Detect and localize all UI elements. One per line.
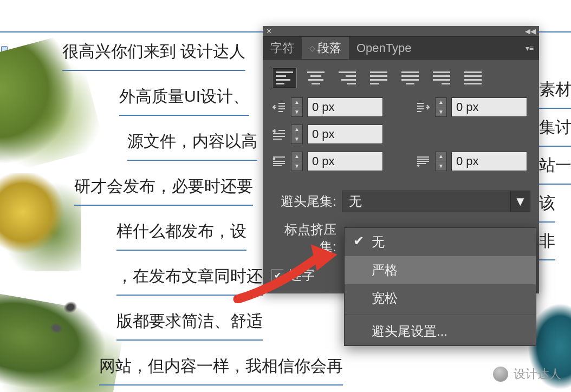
stepper[interactable]: ▲▼ <box>435 152 447 171</box>
indent-right-icon <box>416 101 431 114</box>
text-line[interactable]: 很高兴你们来到 设计达人 <box>62 32 245 71</box>
watermark-icon <box>493 367 508 382</box>
space-before-value[interactable]: 0 px <box>307 152 383 171</box>
dropdown-item-label: 宽松 <box>372 291 398 305</box>
watermark-text: 设计达人 <box>514 366 561 382</box>
stepper[interactable]: ▲▼ <box>291 97 303 117</box>
indent-fields: ▲▼ 0 px ▲▼ 0 px ▲▼ 0 px ▲▼ 0 px <box>263 97 539 186</box>
first-line-indent-icon <box>271 128 287 141</box>
alignment-row <box>263 60 539 97</box>
align-left-button[interactable] <box>272 68 296 88</box>
text-line[interactable]: 站一 <box>539 146 571 185</box>
kinsoku-select[interactable]: 无 ▼ <box>342 191 530 212</box>
text-line[interactable]: 源文件，内容以高 <box>127 122 257 161</box>
text-line[interactable]: 非 <box>539 222 555 260</box>
text-line[interactable]: 版都要求简洁、舒适 <box>116 302 263 341</box>
first-line-indent-field: ▲▼ 0 px <box>271 125 383 144</box>
check-icon: ✔ <box>353 233 364 249</box>
tab-opentype[interactable]: OpenType <box>349 37 419 59</box>
step-down-button[interactable]: ▼ <box>291 107 302 116</box>
space-after-field: ▲▼ 0 px <box>416 152 527 171</box>
first-line-indent-value[interactable]: 0 px <box>307 125 383 144</box>
text-line[interactable]: 网站，但内容一样，我相信你会再 <box>99 347 343 386</box>
step-down-button[interactable]: ▼ <box>436 161 446 171</box>
toggle-icon: ◇ <box>309 44 315 53</box>
align-center-button[interactable] <box>304 68 328 88</box>
dropdown-item-label: 严格 <box>372 263 398 277</box>
dropdown-separator <box>345 315 536 315</box>
hyphenate-checkbox[interactable]: ✔ <box>271 269 283 281</box>
text-line[interactable]: ，在发布文章同时还 <box>116 257 263 296</box>
hyphenate-label: 连字 <box>289 266 315 284</box>
mojikumi-label: 标点挤压集: <box>271 221 336 256</box>
step-down-button[interactable]: ▼ <box>291 134 302 143</box>
step-up-button[interactable]: ▲ <box>436 98 446 107</box>
text-line[interactable]: 集讨 <box>539 108 571 147</box>
dropdown-item-label: 无 <box>372 234 385 249</box>
check-icon: ✔ <box>274 270 281 280</box>
step-down-button[interactable]: ▼ <box>436 107 446 116</box>
tab-character[interactable]: 字符 <box>263 37 302 59</box>
text-line[interactable]: 外高质量UI设计、 <box>119 77 249 116</box>
align-right-button[interactable] <box>335 68 359 88</box>
kinsoku-dropdown: ✔ 无 严格 宽松 避头尾设置... <box>344 227 536 346</box>
dropdown-item-none[interactable]: ✔ 无 <box>345 228 536 256</box>
indent-left-field: ▲▼ 0 px <box>271 97 383 117</box>
step-down-button[interactable]: ▼ <box>291 161 302 171</box>
step-up-button[interactable]: ▲ <box>291 98 302 107</box>
tab-label: 段落 <box>317 40 341 56</box>
kinsoku-row: 避头尾集: 无 ▼ <box>263 186 539 217</box>
step-up-button[interactable]: ▲ <box>291 125 302 134</box>
dropdown-item-strict[interactable]: 严格 <box>345 256 536 284</box>
space-after-value[interactable]: 0 px <box>451 152 527 171</box>
collapse-icon[interactable]: ◀◀ <box>525 27 536 35</box>
space-before-icon <box>271 155 287 168</box>
tab-paragraph[interactable]: ◇ 段落 <box>302 37 349 59</box>
dropdown-item-loose[interactable]: 宽松 <box>345 284 536 312</box>
text-line[interactable]: 样什么都发布，设 <box>116 212 246 251</box>
chevron-down-icon: ▼ <box>510 191 530 212</box>
step-up-button[interactable]: ▲ <box>291 152 302 161</box>
tab-label: OpenType <box>356 41 412 55</box>
dropdown-item-settings[interactable]: 避头尾设置... <box>345 317 536 345</box>
stepper[interactable]: ▲▼ <box>435 97 447 117</box>
kinsoku-label: 避头尾集: <box>271 193 336 210</box>
justify-last-center-button[interactable] <box>398 68 422 88</box>
kinsoku-value: 无 <box>349 193 362 210</box>
text-line[interactable]: 素材 <box>539 70 571 109</box>
indent-left-icon <box>271 101 287 114</box>
indent-right-value[interactable]: 0 px <box>451 97 527 117</box>
watermark: 设计达人 <box>493 366 561 382</box>
justify-last-right-button[interactable] <box>430 68 453 88</box>
indent-right-field: ▲▼ 0 px <box>416 97 527 117</box>
step-up-button[interactable]: ▲ <box>436 152 446 161</box>
panel-header[interactable]: ✕ ◀◀ <box>263 26 539 37</box>
justify-last-left-button[interactable] <box>367 68 391 88</box>
tab-label: 字符 <box>270 40 294 56</box>
panel-menu-icon[interactable]: ▾≡ <box>520 37 539 59</box>
text-line[interactable]: 该 <box>539 184 555 223</box>
stepper[interactable]: ▲▼ <box>291 152 303 171</box>
panel-tabs: 字符 ◇ 段落 OpenType ▾≡ <box>263 37 539 60</box>
justify-all-button[interactable] <box>461 68 485 88</box>
stepper[interactable]: ▲▼ <box>291 125 303 144</box>
text-line[interactable]: 研才会发布，必要时还要 <box>74 167 253 206</box>
indent-left-value[interactable]: 0 px <box>307 97 383 117</box>
space-before-field: ▲▼ 0 px <box>271 152 383 171</box>
close-icon[interactable]: ✕ <box>266 27 272 35</box>
space-after-icon <box>416 155 431 168</box>
dropdown-item-label: 避头尾设置... <box>372 324 447 338</box>
